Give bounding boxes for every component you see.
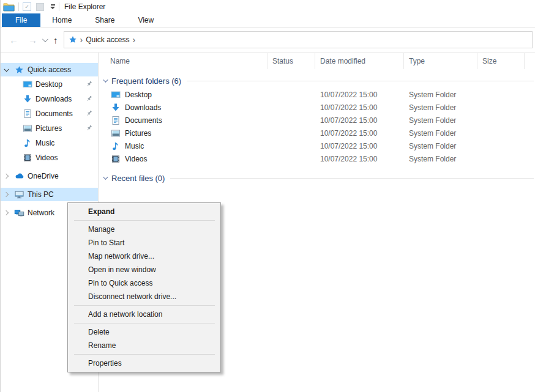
titlebar-separator [18,2,19,11]
sidebar-item-this-pc[interactable]: This PC [1,188,98,201]
file-row-desktop[interactable]: Desktop 10/07/2022 15:00 System Folder [99,88,535,101]
file-type: System Folder [404,116,477,125]
sidebar-item-documents[interactable]: Documents [1,107,98,120]
sidebar-item-quick-access[interactable]: Quick access [1,63,98,76]
group-label[interactable]: Recent files (0) [111,174,165,183]
menu-item-manage[interactable]: Manage [68,223,220,236]
quick-access-star-icon [69,35,77,44]
file-row-documents[interactable]: Documents 10/07/2022 15:00 System Folder [99,114,535,127]
column-header-name[interactable]: Name [99,53,268,69]
column-headers: Name Status Date modified Type Size [99,53,535,70]
forward-button-icon[interactable]: → [23,35,42,45]
file-name: Downloads [125,103,161,112]
sidebar-item-desktop[interactable]: Desktop [1,78,98,91]
sidebar-item-label: Music [36,139,54,147]
sidebar-item-music[interactable]: Music [1,136,98,150]
file-date-modified: 10/07/2022 15:00 [315,91,404,99]
navigation-bar: ← → ↑ › Quick access › [1,28,535,53]
pictures-icon [111,128,121,138]
qat-customize-dropdown-icon[interactable] [50,4,55,9]
desktop-icon [111,90,121,100]
column-header-date-modified[interactable]: Date modified [315,53,404,69]
group-rule [187,81,534,81]
chevron-right-icon[interactable] [4,192,9,197]
chevron-right-icon[interactable] [4,174,9,179]
pin-icon [85,95,93,103]
sidebar-item-label: Videos [36,153,58,162]
breadcrumb-chevron-icon[interactable]: › [80,35,83,44]
music-icon [111,141,121,151]
chevron-down-icon[interactable] [103,77,108,82]
file-date-modified: 10/07/2022 15:00 [315,103,404,112]
sidebar-item-label: Pictures [36,124,62,133]
qat-new-folder-icon[interactable] [36,3,44,11]
menu-item-pin-to-start[interactable]: Pin to Start [68,236,220,250]
sidebar-item-label: Network [28,209,54,217]
tab-file[interactable]: File [2,13,40,27]
chevron-down-icon[interactable] [4,67,9,72]
sidebar-item-label: Downloads [36,95,72,103]
address-bar[interactable]: › Quick access › [64,31,533,48]
column-header-status[interactable]: Status [268,53,315,69]
group-label[interactable]: Frequent folders (6) [111,76,181,86]
pin-icon [85,109,93,117]
sidebar-item-videos[interactable]: Videos [1,151,98,165]
tab-share[interactable]: Share [83,13,126,27]
onedrive-icon [14,171,24,181]
menu-item-add-network-location[interactable]: Add a network location [68,308,220,321]
this-pc-context-menu: Expand Manage Pin to Start Map network d… [67,202,221,372]
file-name: Desktop [125,91,152,99]
menu-item-pin-to-quick-access[interactable]: Pin to Quick access [68,276,220,290]
back-button-icon[interactable]: ← [4,35,23,45]
sidebar-item-onedrive[interactable]: OneDrive [1,169,98,183]
sidebar-item-label: This PC [28,190,54,199]
group-header-recent-files[interactable]: Recent files (0) [99,171,535,185]
file-name: Pictures [125,129,151,138]
sidebar-item-downloads[interactable]: Downloads [1,92,98,106]
titlebar-separator [59,2,59,11]
file-row-pictures[interactable]: Pictures 10/07/2022 15:00 System Folder [99,127,535,139]
column-header-type[interactable]: Type [404,53,477,69]
network-icon [14,208,24,218]
menu-separator [74,305,215,306]
column-header-size[interactable]: Size [477,53,525,69]
breadcrumb[interactable]: Quick access [86,35,129,44]
downloads-icon [22,94,32,104]
file-type: System Folder [404,142,477,150]
file-name: Videos [125,155,147,163]
recent-locations-chevron-icon[interactable] [42,36,48,42]
up-button-icon[interactable]: ↑ [50,35,64,45]
file-date-modified: 10/07/2022 15:00 [315,155,404,163]
chevron-right-icon[interactable] [4,210,9,215]
menu-item-open-in-new-window[interactable]: Open in new window [68,263,220,276]
file-type: System Folder [404,91,477,99]
group-rule [170,178,534,179]
group-header-frequent-folders[interactable]: Frequent folders (6) [99,73,535,88]
menu-item-map-network-drive[interactable]: Map network drive... [68,250,220,263]
tab-view[interactable]: View [126,13,165,27]
chevron-down-icon[interactable] [103,174,108,179]
menu-item-expand[interactable]: Expand [68,205,220,218]
pin-icon [85,124,93,132]
menu-item-properties[interactable]: Properties [68,357,220,370]
desktop-icon [22,80,32,89]
sidebar-item-pictures[interactable]: Pictures [1,122,98,135]
breadcrumb-chevron-icon[interactable]: › [133,35,136,44]
menu-item-rename[interactable]: Rename [68,339,220,352]
file-date-modified: 10/07/2022 15:00 [315,129,404,138]
menu-separator [74,220,215,221]
videos-icon [22,153,32,163]
downloads-icon [111,103,121,113]
column-header-filler [525,53,535,69]
file-date-modified: 10/07/2022 15:00 [315,142,404,150]
file-name: Music [125,142,144,150]
menu-item-delete[interactable]: Delete [68,325,220,339]
file-row-downloads[interactable]: Downloads 10/07/2022 15:00 System Folder [99,101,535,114]
qat-properties-icon[interactable]: ✓ [23,2,31,11]
sidebar-item-label: OneDrive [28,172,59,180]
file-row-videos[interactable]: Videos 10/07/2022 15:00 System Folder [99,152,535,165]
tab-home[interactable]: Home [40,13,83,27]
file-row-music[interactable]: Music 10/07/2022 15:00 System Folder [99,139,535,152]
menu-item-disconnect-network-drive[interactable]: Disconnect network drive... [68,290,220,303]
ribbon-tabstrip: File Home Share View [1,13,535,28]
